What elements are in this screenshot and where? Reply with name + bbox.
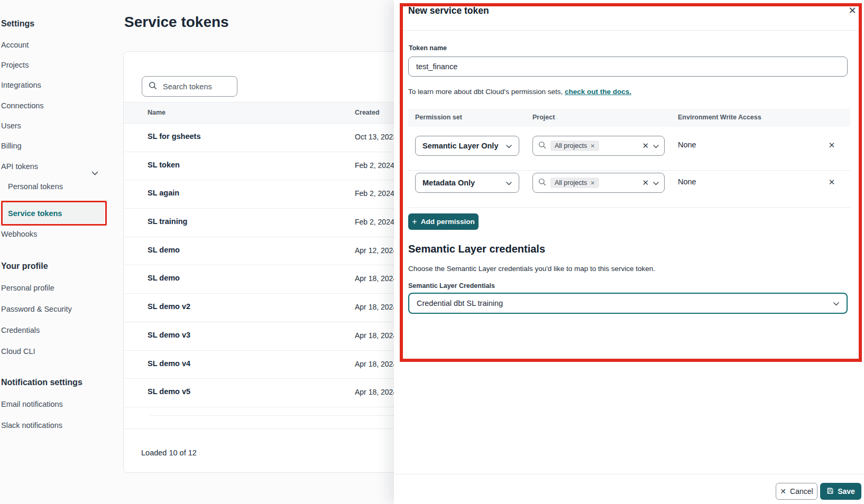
- token-name: SL demo: [148, 274, 180, 282]
- sidebar-item-integrations[interactable]: Integrations: [1, 80, 41, 90]
- chevron-down-icon[interactable]: [91, 168, 98, 178]
- semantic-layer-credentials-label: Semantic Layer Credentials: [408, 282, 495, 290]
- search-tokens-input[interactable]: [162, 82, 227, 91]
- search-icon: [149, 81, 157, 92]
- env-write-access-value: None: [678, 141, 696, 149]
- sidebar-item-projects[interactable]: Projects: [1, 60, 29, 70]
- save-button[interactable]: Save: [820, 483, 861, 500]
- chip-remove-icon[interactable]: ✕: [590, 143, 595, 149]
- search-icon: [538, 141, 546, 151]
- app-window: Settings Account Projects Integrations C…: [0, 0, 864, 504]
- permission-set-select[interactable]: Semantic Layer Only: [415, 136, 519, 156]
- close-icon[interactable]: ✕: [845, 3, 860, 18]
- sidebar-item-cloud-cli[interactable]: Cloud CLI: [1, 346, 35, 357]
- close-icon: ✕: [780, 487, 786, 496]
- token-name: SL for gsheets: [148, 132, 200, 141]
- table-row[interactable]: SL demoApr 12, 2024,: [124, 237, 402, 266]
- sidebar-item-password-security[interactable]: Password & Security: [1, 304, 72, 314]
- permission-set-value: Metadata Only: [422, 179, 475, 187]
- project-chip-label: All projects: [555, 179, 587, 186]
- table-row[interactable]: SL tokenFeb 2, 2024, 1: [124, 152, 402, 181]
- project-chip[interactable]: All projects✕: [550, 141, 599, 151]
- permission-row-divider: [408, 170, 850, 171]
- clear-selection-icon[interactable]: ✕: [642, 141, 649, 151]
- table-row[interactable]: SL againFeb 2, 2024, 1: [124, 180, 402, 209]
- drawer-title: New service token: [408, 5, 489, 16]
- sidebar-item-service-tokens[interactable]: Service tokens: [8, 208, 62, 219]
- project-multiselect[interactable]: All projects✕ ✕: [532, 136, 665, 156]
- table-row[interactable]: SL demo v3Apr 18, 2024,: [124, 322, 402, 351]
- sidebar-item-account[interactable]: Account: [1, 40, 29, 50]
- token-name: SL demo v2: [148, 302, 190, 311]
- column-header-created: Created: [355, 109, 380, 116]
- table-footer-inset-divider: [150, 415, 402, 416]
- search-tokens-box[interactable]: [142, 76, 237, 97]
- sidebar-item-users[interactable]: Users: [1, 120, 21, 131]
- remove-permission-icon[interactable]: ✕: [826, 176, 838, 188]
- column-header-name: Name: [148, 109, 166, 116]
- token-name: SL demo v3: [148, 331, 190, 339]
- token-table-body: SL for gsheetsOct 13, 2023, SL tokenFeb …: [124, 124, 402, 407]
- chevron-down-icon: [506, 141, 512, 151]
- chevron-down-icon[interactable]: [653, 141, 659, 151]
- project-multiselect[interactable]: All projects✕ ✕: [532, 173, 665, 193]
- sidebar-item-webhooks[interactable]: Webhooks: [1, 229, 37, 239]
- sidebar-item-personal-tokens[interactable]: Personal tokens: [8, 181, 63, 192]
- table-row[interactable]: SL demo v2Apr 18, 2024,: [124, 294, 402, 322]
- token-name: SL demo v4: [148, 359, 190, 368]
- search-icon: [538, 178, 546, 188]
- sidebar-item-personal-profile[interactable]: Personal profile: [1, 283, 54, 293]
- token-name: SL again: [148, 189, 179, 197]
- cancel-button[interactable]: ✕ Cancel: [776, 483, 817, 500]
- sidebar-item-email-notifications[interactable]: Email notifications: [1, 399, 63, 409]
- chevron-down-icon: [506, 178, 512, 188]
- drawer-header-divider: [403, 30, 859, 31]
- table-row[interactable]: SL for gsheetsOct 13, 2023,: [124, 124, 402, 152]
- save-disk-icon: [826, 487, 834, 496]
- docs-note-text: To learn more about dbt Cloud's permissi…: [408, 88, 565, 96]
- project-chip-label: All projects: [555, 142, 587, 150]
- service-tokens-card: Name Created SL for gsheetsOct 13, 2023,…: [123, 51, 402, 473]
- permission-row-divider: [408, 207, 850, 208]
- token-created: Oct 13, 2023,: [355, 133, 399, 141]
- sidebar-item-credentials[interactable]: Credentials: [1, 325, 40, 335]
- chevron-down-icon: [833, 298, 839, 308]
- token-created: Apr 18, 2024,: [355, 388, 399, 396]
- chip-remove-icon[interactable]: ✕: [590, 180, 595, 186]
- token-name-input[interactable]: [408, 57, 848, 77]
- permission-set-value: Semantic Layer Only: [422, 142, 498, 150]
- table-row[interactable]: SL demo v5Apr 18, 2024,: [124, 379, 402, 407]
- table-footer-divider: [124, 428, 402, 429]
- token-name: SL token: [148, 161, 180, 169]
- docs-note: To learn more about dbt Cloud's permissi…: [408, 88, 631, 96]
- credentials-selected-value: Credential dbt SL training: [417, 299, 503, 307]
- remove-permission-icon[interactable]: ✕: [826, 139, 838, 151]
- add-permission-label: Add permission: [421, 218, 475, 226]
- token-created: Apr 12, 2024,: [355, 246, 399, 255]
- column-header-project: Project: [532, 114, 555, 121]
- table-row[interactable]: SL demo v4Apr 18, 2024,: [124, 351, 402, 379]
- project-chip[interactable]: All projects✕: [550, 178, 599, 188]
- drawer-footer-divider: [394, 474, 864, 474]
- clear-selection-icon[interactable]: ✕: [642, 178, 649, 188]
- semantic-layer-credentials-select[interactable]: Credential dbt SL training: [408, 293, 848, 314]
- token-created: Apr 18, 2024,: [355, 360, 399, 368]
- token-created: Apr 18, 2024,: [355, 303, 399, 311]
- semantic-layer-credentials-description: Choose the Semantic Layer credentials yo…: [408, 265, 655, 273]
- add-permission-button[interactable]: + Add permission: [408, 213, 479, 230]
- table-row[interactable]: SL demoApr 18, 2024,: [124, 265, 402, 294]
- sidebar-item-billing[interactable]: Billing: [1, 141, 22, 151]
- chevron-down-icon[interactable]: [653, 178, 659, 188]
- env-write-access-value: None: [678, 178, 696, 186]
- sidebar-item-slack-notifications[interactable]: Slack notifications: [1, 420, 62, 431]
- sidebar-heading-notification-settings: Notification settings: [1, 378, 82, 387]
- semantic-layer-credentials-heading: Semantic Layer credentials: [408, 243, 545, 255]
- docs-link[interactable]: check out the docs.: [565, 88, 631, 96]
- sidebar-item-api-tokens[interactable]: API tokens: [1, 161, 38, 172]
- sidebar-heading-settings: Settings: [1, 19, 34, 29]
- permission-set-select[interactable]: Metadata Only: [415, 173, 519, 193]
- token-name: SL demo: [148, 246, 180, 254]
- table-row[interactable]: SL trainingFeb 2, 2024, 2: [124, 209, 402, 237]
- sidebar-item-connections[interactable]: Connections: [1, 100, 44, 111]
- table-header: Name Created: [124, 102, 402, 124]
